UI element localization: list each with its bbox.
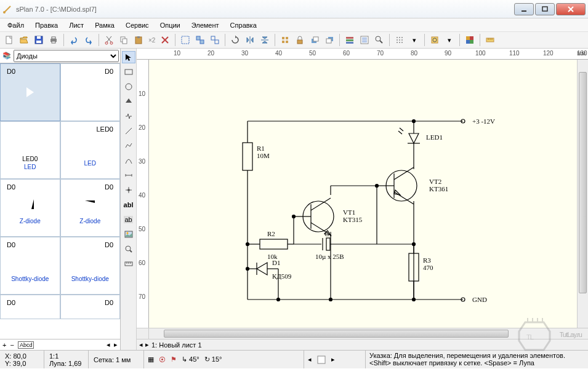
library-item[interactable]: LED0 LED [0,121,60,179]
redo-button[interactable] [82,33,95,47]
library-select[interactable]: Диоды [14,50,119,62]
maximize-button[interactable] [535,3,555,15]
lock-button[interactable] [293,33,307,47]
minimize-button[interactable] [514,3,534,15]
svg-rect-17 [196,36,200,40]
menu-edit[interactable]: Правка [30,20,63,30]
select-all-button[interactable] [179,33,192,47]
svg-point-45 [397,42,398,43]
rect-tool[interactable] [122,66,135,78]
ruler-button[interactable] [483,33,497,47]
svg-rect-53 [470,40,473,44]
library-item[interactable]: D0 [0,63,60,121]
rotate-icon[interactable]: ↻ 15° [204,355,222,363]
svg-rect-30 [346,37,353,39]
zoom-fit-button[interactable] [428,33,441,47]
library-item[interactable]: D0 [60,63,121,121]
add-icon[interactable]: + [2,341,6,349]
grid-toggle-icon[interactable]: ▦ [148,355,154,363]
delete-button[interactable] [158,33,172,47]
library-item[interactable]: D0 Z-diode [60,179,121,237]
layer-next-icon[interactable]: ▸ [331,355,335,363]
bezier-tool[interactable] [122,154,135,167]
zoom-tool[interactable] [122,243,135,255]
text-tool[interactable]: abl [122,199,135,211]
polyline-tool[interactable] [122,140,135,152]
tab-prev-icon[interactable]: ◂ [139,341,143,349]
new-button[interactable] [2,33,16,47]
print-button[interactable] [47,33,60,47]
svg-rect-18 [200,40,204,44]
library-item[interactable]: D0 [0,295,60,319]
node-tool[interactable] [122,184,135,196]
library-item[interactable]: D0 Z-diode [0,179,60,237]
menu-element[interactable]: Элемент [187,20,224,30]
scrollbar-vertical[interactable] [577,60,588,328]
angle-icon[interactable]: ↳ 45° [182,355,199,363]
circle-tool[interactable] [122,81,135,93]
flag-icon[interactable]: ⚑ [171,355,177,363]
library-item[interactable]: LED0 LED [60,121,121,179]
library-icon[interactable]: 📚 [1,52,12,60]
library-item[interactable]: D0 Shottky-diode [0,237,60,295]
textframe-tool[interactable]: ab [122,213,135,226]
paste-button[interactable] [132,33,145,47]
canvas[interactable]: +3 -12V R1 10M LED1 [149,60,577,328]
layer-prev-icon[interactable]: ◂ [308,355,312,363]
page-icon[interactable] [316,355,326,365]
library-item[interactable]: D0 [60,295,121,319]
copy-button[interactable] [117,33,131,47]
rotate-button[interactable] [228,33,242,47]
components-button[interactable] [343,33,356,47]
special-tool[interactable] [122,110,135,122]
svg-rect-16 [182,36,189,44]
cut-button[interactable] [102,33,116,47]
undo-button[interactable] [67,33,81,47]
align-button[interactable] [278,33,292,47]
mirror-h-button[interactable] [243,33,257,47]
menu-help[interactable]: Справка [225,20,262,30]
open-button[interactable] [17,33,31,47]
save-button[interactable] [32,33,46,47]
tab-next-icon[interactable]: ▸ [145,341,149,349]
measure-tool[interactable] [122,258,135,270]
right-icon[interactable]: ▸ [114,341,118,349]
left-icon[interactable]: ◂ [107,341,110,349]
image-tool[interactable] [122,228,135,240]
dropdown-icon[interactable]: ▾ [408,33,421,47]
to-back-button[interactable] [323,33,336,47]
svg-point-129 [246,243,249,246]
label-icon[interactable]: Abcd [18,341,34,349]
duplicate-button[interactable]: ×2 [147,33,157,47]
color-button[interactable] [463,33,477,47]
dropdown-icon[interactable]: ▾ [443,33,456,47]
list-button[interactable] [358,33,371,47]
snap-toggle-icon[interactable]: ⦿ [159,356,166,363]
close-button[interactable] [556,3,586,15]
menu-options[interactable]: Опции [155,20,185,30]
group-button[interactable] [193,33,207,47]
scrollbar-horizontal[interactable] [149,328,577,339]
remove-icon[interactable]: − [10,341,14,349]
dimension-tool[interactable] [122,169,135,181]
svg-point-41 [401,37,403,38]
menu-frame[interactable]: Рамка [90,20,119,30]
line-tool[interactable] [122,125,135,137]
menu-service[interactable]: Сервис [121,20,154,30]
svg-text:GND: GND [472,296,487,303]
sheet-tab[interactable]: 1: Новый лист 1 [151,341,202,349]
svg-rect-6 [36,41,41,43]
polygon-tool[interactable] [122,95,135,108]
pointer-tool[interactable] [122,51,135,63]
svg-text:КД509: КД509 [272,272,292,280]
mirror-v-button[interactable] [258,33,272,47]
library-item[interactable]: D0 Shottky-diode [60,237,121,295]
menu-sheet[interactable]: Лист [64,20,89,30]
to-front-button[interactable] [308,33,321,47]
window-title: sPlan 7.0 - [C:\MDiod.spl7] [16,6,513,13]
menu-file[interactable]: Файл [2,20,29,30]
search-button[interactable] [373,33,386,47]
svg-rect-50 [466,36,470,40]
grid-button[interactable] [393,33,406,47]
ungroup-button[interactable] [208,33,222,47]
